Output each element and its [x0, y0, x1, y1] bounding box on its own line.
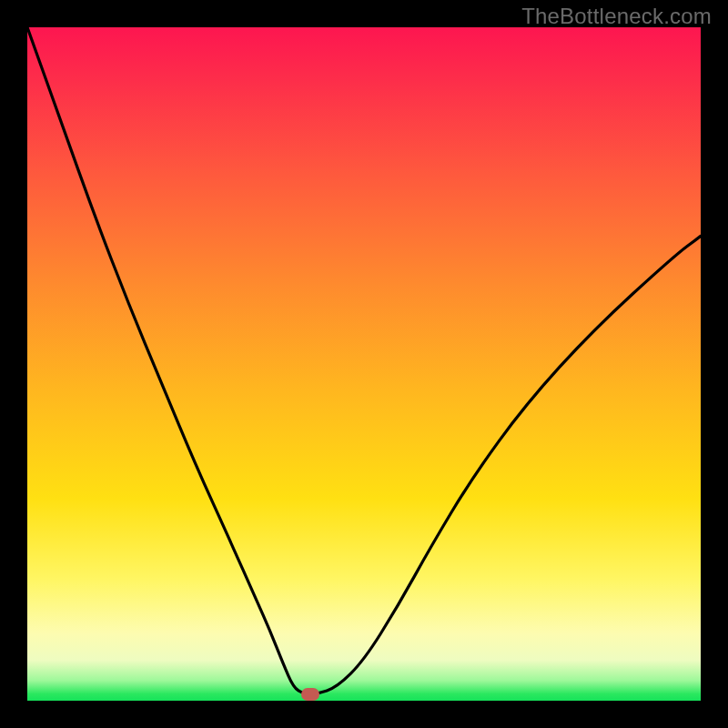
optimal-point-marker	[301, 688, 319, 701]
plot-area	[27, 27, 701, 701]
watermark-text: TheBottleneck.com	[521, 4, 712, 29]
chart-frame: TheBottleneck.com	[0, 0, 728, 728]
curve-path	[27, 27, 701, 694]
bottleneck-curve	[27, 27, 701, 701]
